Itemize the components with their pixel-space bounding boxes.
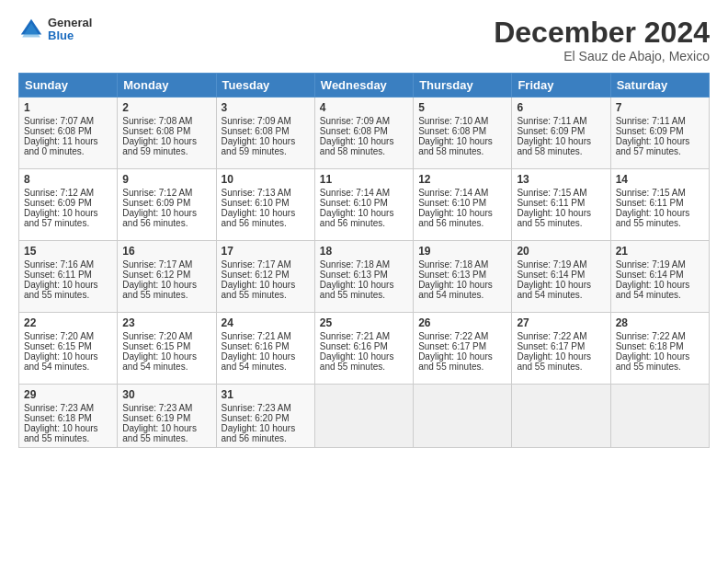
sunrise: Sunrise: 7:14 AM — [418, 188, 488, 198]
sunrise: Sunrise: 7:18 AM — [320, 259, 390, 270]
title-area: December 2024 El Sauz de Abajo, Mexico — [494, 17, 710, 63]
table-row: 25 Sunrise: 7:21 AM Sunset: 6:16 PM Dayl… — [314, 313, 413, 385]
table-row: 20 Sunrise: 7:19 AM Sunset: 6:14 PM Dayl… — [512, 241, 610, 313]
table-row: 2 Sunrise: 7:08 AM Sunset: 6:08 PM Dayli… — [118, 98, 216, 169]
col-saturday: Saturday — [610, 74, 709, 98]
sunset: Sunset: 6:11 PM — [24, 270, 92, 280]
table-row: 8 Sunrise: 7:12 AM Sunset: 6:09 PM Dayli… — [19, 169, 118, 241]
day-number: 20 — [517, 245, 605, 258]
header: General Blue December 2024 El Sauz de Ab… — [18, 17, 710, 63]
sunset: Sunset: 6:10 PM — [418, 198, 486, 208]
table-row: 7 Sunrise: 7:11 AM Sunset: 6:09 PM Dayli… — [610, 98, 709, 169]
daylight: Daylight: 10 hours and 54 minutes. — [418, 280, 493, 300]
day-number: 30 — [122, 388, 210, 401]
sunrise: Sunrise: 7:11 AM — [616, 116, 686, 126]
day-number: 8 — [24, 173, 112, 186]
sunset: Sunset: 6:08 PM — [222, 126, 290, 136]
location-subtitle: El Sauz de Abajo, Mexico — [494, 49, 710, 63]
daylight: Daylight: 10 hours and 55 minutes. — [24, 280, 98, 300]
col-wednesday: Wednesday — [314, 74, 413, 98]
sunrise: Sunrise: 7:22 AM — [616, 331, 686, 341]
sunrise: Sunrise: 7:12 AM — [122, 188, 192, 198]
logo-general: General — [48, 17, 92, 29]
table-row: 22 Sunrise: 7:20 AM Sunset: 6:15 PM Dayl… — [19, 313, 118, 385]
table-row: 29 Sunrise: 7:23 AM Sunset: 6:18 PM Dayl… — [19, 385, 118, 448]
logo: General Blue — [18, 17, 92, 43]
table-row: 12 Sunrise: 7:14 AM Sunset: 6:10 PM Dayl… — [414, 169, 512, 241]
sunset: Sunset: 6:17 PM — [517, 341, 585, 351]
daylight: Daylight: 10 hours and 55 minutes. — [616, 351, 690, 372]
table-row: 6 Sunrise: 7:11 AM Sunset: 6:09 PM Dayli… — [512, 98, 610, 169]
sunset: Sunset: 6:19 PM — [122, 413, 190, 423]
day-number: 29 — [24, 388, 112, 401]
day-number: 24 — [222, 316, 310, 329]
day-number: 7 — [616, 101, 704, 114]
daylight: Daylight: 10 hours and 55 minutes. — [122, 280, 197, 300]
logo-blue: Blue — [48, 29, 92, 42]
day-number: 5 — [418, 101, 506, 114]
sunrise: Sunrise: 7:15 AM — [517, 188, 586, 198]
calendar-header-row: Sunday Monday Tuesday Wednesday Thursday… — [19, 74, 710, 98]
sunrise: Sunrise: 7:20 AM — [122, 331, 192, 341]
daylight: Daylight: 10 hours and 58 minutes. — [517, 136, 591, 156]
table-row: 26 Sunrise: 7:22 AM Sunset: 6:17 PM Dayl… — [414, 313, 512, 385]
sunset: Sunset: 6:15 PM — [122, 341, 190, 351]
daylight: Daylight: 10 hours and 55 minutes. — [24, 423, 98, 443]
sunset: Sunset: 6:08 PM — [122, 126, 190, 136]
logo-icon — [18, 17, 44, 42]
sunset: Sunset: 6:18 PM — [24, 413, 92, 423]
daylight: Daylight: 10 hours and 54 minutes. — [616, 280, 690, 300]
daylight: Daylight: 10 hours and 56 minutes. — [418, 208, 493, 228]
table-row: 17 Sunrise: 7:17 AM Sunset: 6:12 PM Dayl… — [216, 241, 314, 313]
table-row: 19 Sunrise: 7:18 AM Sunset: 6:13 PM Dayl… — [414, 241, 512, 313]
table-row: 11 Sunrise: 7:14 AM Sunset: 6:10 PM Dayl… — [314, 169, 413, 241]
sunset: Sunset: 6:16 PM — [222, 341, 290, 351]
sunset: Sunset: 6:10 PM — [222, 198, 290, 208]
day-number: 23 — [122, 316, 210, 329]
day-number: 25 — [320, 316, 408, 329]
sunrise: Sunrise: 7:14 AM — [320, 188, 390, 198]
sunset: Sunset: 6:13 PM — [418, 270, 486, 280]
day-number: 19 — [418, 245, 506, 258]
sunset: Sunset: 6:16 PM — [320, 341, 388, 351]
daylight: Daylight: 10 hours and 56 minutes. — [222, 208, 296, 228]
table-row: 14 Sunrise: 7:15 AM Sunset: 6:11 PM Dayl… — [610, 169, 709, 241]
logo-text: General Blue — [48, 17, 92, 43]
sunrise: Sunrise: 7:16 AM — [24, 259, 94, 270]
day-number: 15 — [24, 245, 112, 258]
daylight: Daylight: 11 hours and 0 minutes. — [24, 136, 98, 156]
sunset: Sunset: 6:18 PM — [616, 341, 684, 351]
sunrise: Sunrise: 7:13 AM — [222, 188, 291, 198]
day-number: 1 — [24, 101, 112, 114]
daylight: Daylight: 10 hours and 54 minutes. — [222, 351, 296, 372]
day-number: 2 — [122, 101, 210, 114]
col-sunday: Sunday — [19, 74, 118, 98]
day-number: 21 — [616, 245, 704, 258]
daylight: Daylight: 10 hours and 57 minutes. — [24, 208, 98, 228]
daylight: Daylight: 10 hours and 55 minutes. — [122, 423, 197, 443]
day-number: 12 — [418, 173, 506, 186]
sunrise: Sunrise: 7:17 AM — [222, 259, 291, 270]
day-number: 18 — [320, 245, 408, 258]
sunrise: Sunrise: 7:15 AM — [616, 188, 686, 198]
daylight: Daylight: 10 hours and 55 minutes. — [517, 208, 591, 228]
table-row: 16 Sunrise: 7:17 AM Sunset: 6:12 PM Dayl… — [118, 241, 216, 313]
sunrise: Sunrise: 7:22 AM — [418, 331, 488, 341]
daylight: Daylight: 10 hours and 55 minutes. — [320, 351, 394, 372]
sunrise: Sunrise: 7:10 AM — [418, 116, 488, 126]
sunset: Sunset: 6:11 PM — [616, 198, 684, 208]
sunset: Sunset: 6:17 PM — [418, 341, 486, 351]
table-row — [610, 385, 709, 448]
daylight: Daylight: 10 hours and 59 minutes. — [222, 136, 296, 156]
sunset: Sunset: 6:09 PM — [616, 126, 684, 136]
sunset: Sunset: 6:14 PM — [517, 270, 585, 280]
daylight: Daylight: 10 hours and 54 minutes. — [24, 351, 98, 372]
day-number: 27 — [517, 316, 605, 329]
daylight: Daylight: 10 hours and 58 minutes. — [418, 136, 493, 156]
table-row: 13 Sunrise: 7:15 AM Sunset: 6:11 PM Dayl… — [512, 169, 610, 241]
daylight: Daylight: 10 hours and 55 minutes. — [320, 280, 394, 300]
daylight: Daylight: 10 hours and 54 minutes. — [122, 351, 197, 372]
daylight: Daylight: 10 hours and 56 minutes. — [222, 423, 296, 443]
sunrise: Sunrise: 7:22 AM — [517, 331, 586, 341]
sunset: Sunset: 6:09 PM — [122, 198, 190, 208]
